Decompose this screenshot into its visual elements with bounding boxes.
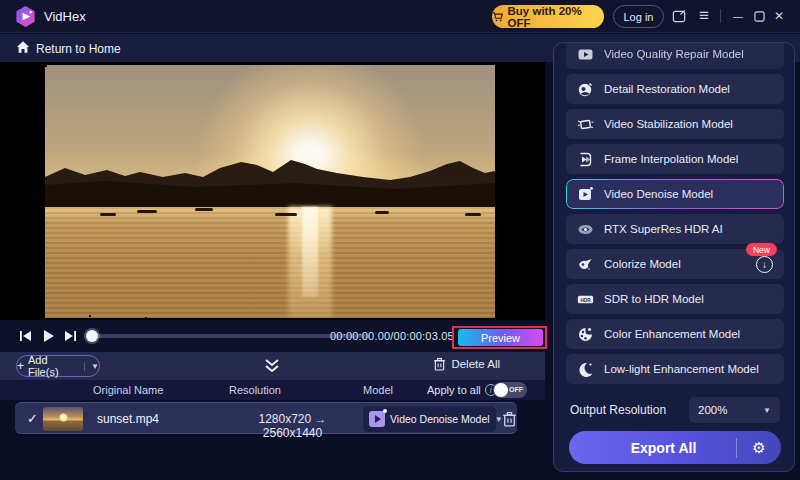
app-title: VidHex — [44, 9, 86, 24]
timecode: 00:00:00.00/00:00:03.05 — [330, 330, 446, 342]
collapse-panel-icon[interactable] — [262, 358, 282, 374]
model-item-detail-restoration[interactable]: Detail Restoration Model — [566, 74, 784, 104]
model-label: Colorize Model — [604, 258, 681, 270]
row-resolution: 1280x720 → 2560x1440 — [230, 412, 355, 440]
model-item-lowlight[interactable]: Low-light Enhancement Model — [566, 354, 784, 384]
model-label: Video Denoise Model — [604, 188, 713, 200]
buoy-dots — [45, 65, 47, 67]
arrow-right-icon: → — [315, 412, 327, 426]
toggle-state: OFF — [509, 386, 523, 393]
col-resolution: Resolution — [229, 384, 281, 396]
model-label: Video Quality Repair Model — [604, 48, 744, 60]
apply-to-all-toggle[interactable]: OFF — [493, 382, 527, 398]
table-header: Original Name Resolution Model Apply to … — [0, 380, 545, 400]
output-resolution-dropdown[interactable]: 200% ▼ — [689, 397, 780, 423]
feedback-icon[interactable] — [671, 8, 687, 24]
title-bar: VidHex Buy with 20% OFF Log in ≡ — — [0, 0, 800, 33]
toggle-knob — [494, 383, 508, 397]
home-icon[interactable] — [16, 40, 30, 54]
model-label: Detail Restoration Model — [604, 83, 730, 95]
frame-interpolation-icon — [577, 151, 594, 168]
boat — [137, 210, 157, 213]
file-toolbar: + Add File(s) ▼ Delete All — [0, 352, 545, 380]
app-logo-icon — [14, 5, 37, 28]
model-list: Video Quality Repair Model Detail Restor… — [566, 42, 784, 384]
menu-icon[interactable]: ≡ — [696, 8, 712, 24]
boat — [375, 211, 389, 214]
login-button-label: Log in — [624, 11, 654, 23]
model-label: Video Stabilization Model — [604, 118, 733, 130]
model-item-colorize[interactable]: New Colorize Model ↓ — [566, 249, 784, 279]
colorize-icon — [577, 256, 594, 273]
thumbnail-sun — [59, 413, 68, 422]
preview-annotation-box: Preview — [452, 326, 547, 349]
boat — [100, 213, 116, 216]
app-window: VidHex Buy with 20% OFF Log in ≡ — — [0, 0, 800, 480]
svg-text:HDR: HDR — [580, 297, 591, 302]
buy-button-label: Buy with 20% OFF — [508, 5, 604, 29]
model-item-stabilization[interactable]: Video Stabilization Model — [566, 109, 784, 139]
add-files-button[interactable]: + Add File(s) ▼ — [16, 355, 100, 377]
buy-button[interactable]: Buy with 20% OFF — [492, 5, 604, 28]
minimize-icon[interactable]: — — [730, 8, 746, 24]
model-item-sdr-hdr[interactable]: HDR SDR to HDR Model — [566, 284, 784, 314]
model-label: SDR to HDR Model — [604, 293, 704, 305]
model-label: Low-light Enhancement Model — [604, 363, 759, 375]
row-thumbnail — [43, 407, 83, 431]
add-files-caret-icon[interactable]: ▼ — [84, 362, 99, 371]
row-check-icon[interactable]: ✓ — [27, 411, 38, 426]
model-label: RTX SuperRes HDR AI — [604, 223, 723, 235]
add-files-label: Add File(s) — [28, 354, 78, 378]
row-model-value: Video Denoise Model — [390, 413, 490, 425]
output-resolution-label: Output Resolution — [570, 403, 666, 417]
export-all-label: Export All — [569, 440, 736, 456]
titlebar-divider — [720, 9, 721, 23]
detail-restoration-icon — [577, 81, 594, 98]
model-panel: Video Quality Repair Model Detail Restor… — [553, 42, 795, 472]
preview-button[interactable]: Preview — [458, 329, 543, 346]
row-model-dropdown[interactable]: Video Denoise Model ▼ — [363, 406, 496, 432]
sdr-hdr-icon: HDR — [577, 291, 594, 308]
sun-reflection-core — [302, 207, 318, 297]
denoise-icon — [369, 411, 385, 427]
model-item-denoise[interactable]: Video Denoise Model — [566, 179, 784, 209]
col-original-name: Original Name — [93, 384, 163, 396]
color-enhancement-icon — [577, 326, 594, 343]
model-item-quality-repair[interactable]: Video Quality Repair Model — [566, 42, 784, 69]
delete-all-button[interactable]: Delete All — [433, 357, 500, 371]
cart-icon — [492, 11, 504, 23]
trash-icon — [433, 357, 446, 371]
output-resolution-caret-icon: ▼ — [763, 406, 771, 415]
export-settings-gear-icon[interactable]: ⚙ — [737, 439, 781, 457]
denoise-icon — [577, 186, 594, 203]
maximize-icon[interactable] — [751, 8, 767, 24]
model-item-frame-interpolation[interactable]: Frame Interpolation Model — [566, 144, 784, 174]
close-icon[interactable]: ✕ — [771, 8, 787, 24]
preview-button-label: Preview — [481, 332, 520, 344]
video-frame — [45, 65, 495, 318]
table-row[interactable]: ✓ sunset.mp4 1280x720 → 2560x1440 Video … — [15, 402, 517, 434]
col-model: Model — [363, 384, 393, 396]
model-label: Color Enhancement Model — [604, 328, 740, 340]
export-all-button[interactable]: Export All ⚙ — [569, 431, 781, 464]
quality-repair-icon — [577, 46, 594, 63]
plus-icon: + — [17, 359, 24, 373]
row-delete-icon[interactable] — [502, 411, 517, 427]
video-preview-area[interactable] — [0, 62, 545, 320]
download-icon[interactable]: ↓ — [756, 256, 773, 273]
seek-knob[interactable] — [86, 330, 98, 342]
water-ripples — [45, 207, 495, 318]
login-button[interactable]: Log in — [613, 5, 664, 28]
row-filename: sunset.mp4 — [97, 412, 159, 426]
rtx-icon — [577, 221, 594, 238]
output-resolution-value: 200% — [698, 404, 727, 416]
return-home-link[interactable]: Return to Home — [36, 42, 121, 56]
model-label: Frame Interpolation Model — [604, 153, 738, 165]
model-item-rtx-superres[interactable]: RTX SuperRes HDR AI — [566, 214, 784, 244]
next-frame-button[interactable] — [61, 327, 79, 345]
play-button[interactable] — [39, 327, 57, 345]
seek-slider[interactable] — [88, 334, 370, 338]
previous-frame-button[interactable] — [17, 327, 35, 345]
model-item-color-enhancement[interactable]: Color Enhancement Model — [566, 319, 784, 349]
apply-to-all-label: Apply to all — [427, 384, 481, 396]
